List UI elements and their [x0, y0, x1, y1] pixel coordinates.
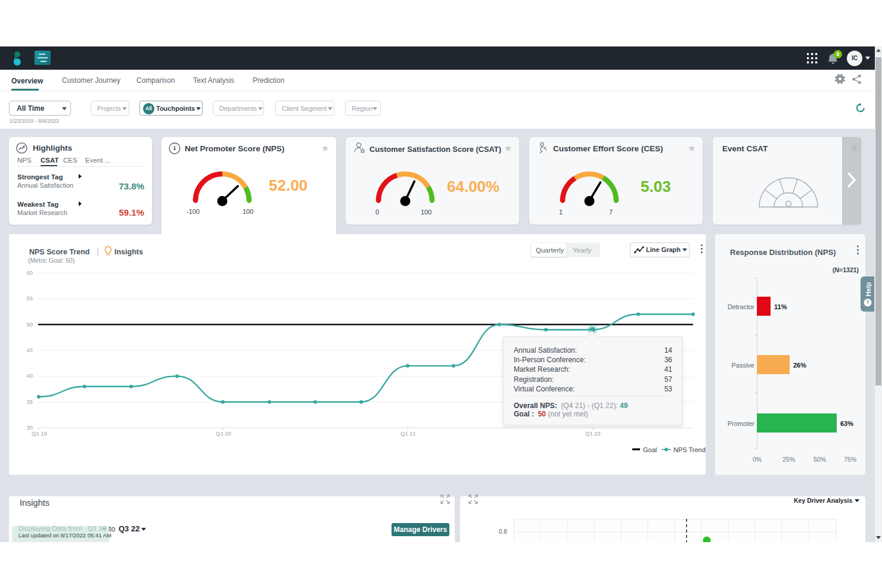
svg-text:Q1 21: Q1 21 — [400, 430, 416, 437]
svg-text:40: 40 — [26, 372, 33, 379]
svg-text:Q1 19: Q1 19 — [32, 430, 47, 437]
svg-text:45: 45 — [26, 347, 33, 353]
svg-text:Q1 22: Q1 22 — [585, 430, 601, 437]
svg-text:55: 55 — [26, 295, 33, 301]
svg-text:Q1 20: Q1 20 — [216, 430, 231, 437]
svg-text:NPS Trend: NPS Trend — [673, 446, 706, 453]
svg-text:60: 60 — [26, 269, 33, 276]
svg-text:50: 50 — [26, 321, 33, 328]
svg-text:35: 35 — [26, 399, 33, 405]
svg-text:Goal: Goal — [643, 446, 657, 453]
